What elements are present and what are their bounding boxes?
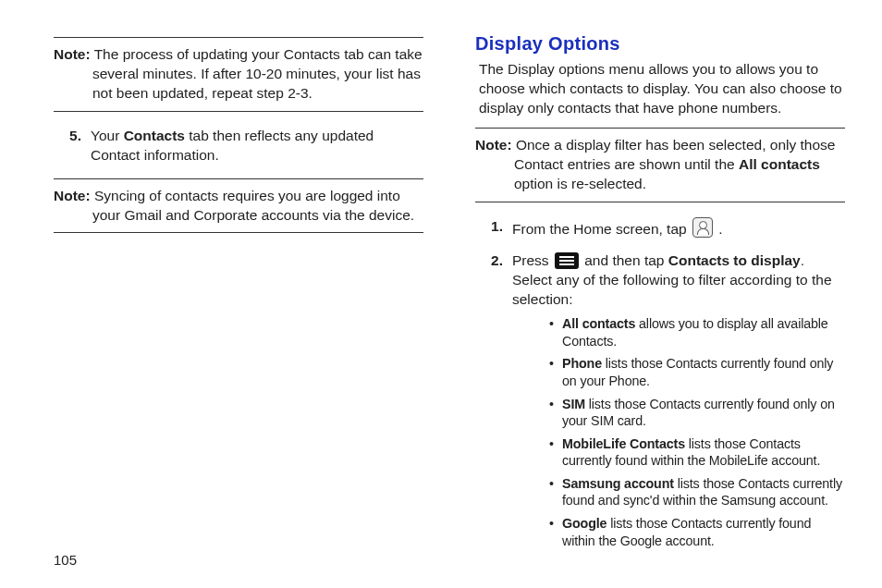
- note-text-post: option is re-selected.: [514, 176, 646, 191]
- list-item: • Google lists those Contacts currently …: [549, 515, 845, 549]
- bullet-list: • All contacts allows you to display all…: [512, 315, 845, 549]
- step-2: 2. Press and then tap Contacts to displa…: [475, 251, 845, 555]
- bold-text: Contacts: [124, 128, 185, 143]
- bold-text: All contacts: [739, 156, 820, 172]
- bullet-icon: •: [549, 315, 562, 349]
- note-sync-login: Note: Syncing of contacts requires you a…: [54, 178, 423, 234]
- note-text: Syncing of contacts requires you are log…: [92, 188, 414, 223]
- bold-text: Contacts to display: [668, 252, 801, 268]
- bold-text: All contacts: [562, 316, 635, 331]
- bold-text: Samsung account: [562, 476, 674, 491]
- step-number: 5.: [54, 127, 91, 165]
- section-heading-display-options: Display Options: [475, 33, 845, 55]
- bullet-icon: •: [549, 435, 562, 470]
- list-item: • MobileLife Contacts lists those Contac…: [549, 435, 845, 470]
- text: Press: [512, 252, 553, 268]
- note-label: Note:: [54, 46, 91, 62]
- text: lists those Contacts currently found onl…: [562, 356, 833, 388]
- step-number: 1.: [475, 217, 512, 239]
- bold-text: Phone: [562, 356, 602, 371]
- bold-text: SIM: [562, 397, 585, 411]
- step-body: Your Contacts tab then reflects any upda…: [91, 127, 423, 165]
- bullet-icon: •: [549, 475, 562, 509]
- list-item: • SIM lists those Contacts currently fou…: [549, 396, 845, 430]
- list-item: • Samsung account lists those Contacts c…: [549, 475, 845, 509]
- text: lists those Contacts currently found onl…: [562, 397, 835, 429]
- note-display-filter: Note: Once a display filter has been sel…: [475, 128, 845, 202]
- text: From the Home screen, tap: [512, 221, 691, 237]
- step-1: 1. From the Home screen, tap .: [475, 217, 845, 239]
- text: .: [718, 221, 722, 237]
- contacts-icon: [692, 217, 713, 238]
- right-column: Display Options The Display options menu…: [449, 28, 845, 579]
- bold-text: MobileLife Contacts: [562, 436, 685, 451]
- page: Note: The process of updating your Conta…: [0, 0, 882, 588]
- note-update-time: Note: The process of updating your Conta…: [54, 37, 423, 112]
- text: Your: [91, 128, 124, 143]
- list-item: • All contacts allows you to display all…: [549, 315, 845, 349]
- note-label: Note:: [475, 137, 512, 153]
- step-5: 5. Your Contacts tab then reflects any u…: [54, 127, 423, 165]
- step-body: Press and then tap Contacts to display. …: [512, 251, 845, 555]
- bold-text: Google: [562, 516, 606, 531]
- note-text: The process of updating your Contacts ta…: [92, 46, 423, 101]
- section-intro: The Display options menu allows you to a…: [479, 60, 845, 118]
- step-number: 2.: [475, 251, 512, 555]
- menu-icon: [555, 252, 579, 269]
- bullet-icon: •: [549, 355, 562, 389]
- note-label: Note:: [54, 188, 91, 203]
- list-item: • Phone lists those Contacts currently f…: [549, 355, 845, 389]
- bullet-icon: •: [549, 515, 562, 549]
- text: and then tap: [581, 252, 668, 268]
- step-body: From the Home screen, tap .: [512, 217, 845, 239]
- bullet-icon: •: [549, 396, 562, 430]
- page-number: 105: [54, 552, 77, 568]
- left-column: Note: The process of updating your Conta…: [37, 28, 449, 579]
